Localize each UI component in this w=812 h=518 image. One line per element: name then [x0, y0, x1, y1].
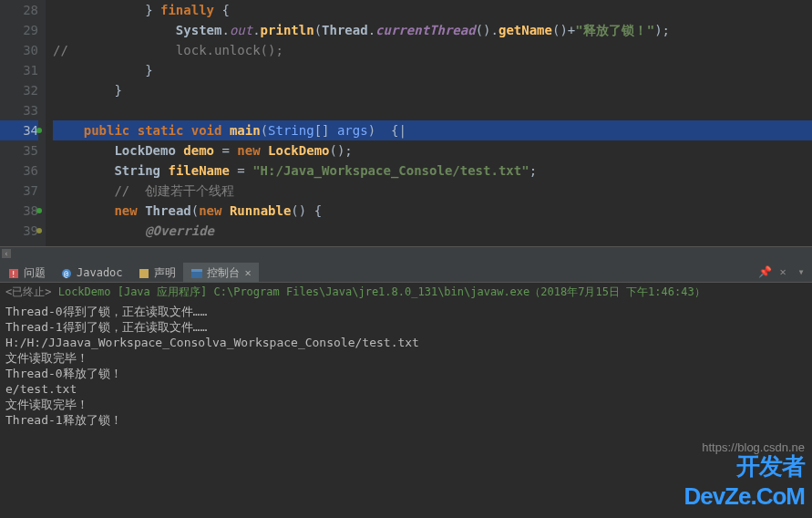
- horizontal-scrollbar[interactable]: ‹: [0, 246, 812, 259]
- views-tabbar: ! 问题 @ Javadoc 声明 控制台 ✕ 📌 ✕ ▾: [0, 263, 812, 283]
- svg-rect-6: [191, 269, 202, 272]
- code-line[interactable]: new Thread(new Runnable() {: [53, 201, 812, 221]
- close-view-button[interactable]: ✕: [776, 264, 790, 279]
- tab-javadoc-label: Javadoc: [77, 263, 123, 283]
- code-line[interactable]: String fileName = "H:/Java_Workspace_Con…: [53, 161, 812, 181]
- tab-problems-label: 问题: [24, 263, 46, 283]
- tab-console[interactable]: 控制台 ✕: [183, 263, 259, 283]
- tab-declaration-label: 声明: [154, 263, 176, 283]
- run-command: LockDemo [Java 应用程序] C:\Program Files\Ja…: [51, 285, 704, 298]
- console-line: Thread-1得到了锁，正在读取文件……: [5, 319, 807, 335]
- code-line[interactable]: // 创建若干个线程: [53, 181, 812, 201]
- line-number: 34: [0, 120, 38, 140]
- gutter-marker-icon: [36, 128, 42, 133]
- tab-problems[interactable]: ! 问题: [0, 263, 53, 283]
- console-run-header: <已终止> LockDemo [Java 应用程序] C:\Program Fi…: [0, 283, 812, 302]
- run-status: <已终止>: [5, 285, 51, 298]
- line-number: 28: [0, 0, 38, 20]
- pin-button[interactable]: 📌: [757, 264, 772, 279]
- code-line[interactable]: @Override: [53, 221, 812, 241]
- svg-text:@: @: [64, 270, 68, 278]
- line-number: 35: [0, 140, 38, 161]
- line-number: 37: [0, 181, 38, 201]
- code-line[interactable]: [53, 100, 812, 120]
- line-number: 39: [0, 221, 38, 241]
- console-line: H:/H:/JJaava_Workspace_Consolva_Workspac…: [5, 335, 807, 350]
- line-number: 38: [0, 201, 38, 221]
- tabbar-toolbar: 📌 ✕ ▾: [757, 264, 808, 279]
- console-line: 文件读取完毕！: [5, 397, 807, 412]
- svg-text:!: !: [11, 270, 15, 279]
- code-line[interactable]: }: [53, 60, 812, 80]
- code-line[interactable]: System.out.println(Thread.currentThread(…: [53, 20, 812, 40]
- gutter-marker-icon: [36, 228, 42, 233]
- line-number: 33: [0, 100, 38, 120]
- code-line[interactable]: public static void main(String[] args) {…: [53, 120, 812, 140]
- line-number: 32: [0, 80, 38, 100]
- console-line: Thread-1释放了锁！: [5, 412, 807, 428]
- console-line: 文件读取完毕！: [5, 350, 807, 366]
- svg-rect-4: [139, 269, 149, 278]
- scroll-left-icon[interactable]: ‹: [2, 249, 11, 258]
- code-line[interactable]: } finally {: [53, 0, 812, 20]
- line-number: 31: [0, 60, 38, 80]
- console-icon: [190, 266, 203, 279]
- console-line: Thread-0得到了锁，正在读取文件……: [5, 304, 807, 319]
- code-content[interactable]: } finally { System.out.println(Thread.cu…: [46, 0, 812, 246]
- code-editor[interactable]: 282930313233343536373839 } finally { Sys…: [0, 0, 812, 246]
- line-number: 29: [0, 20, 38, 40]
- code-line[interactable]: LockDemo demo = new LockDemo();: [53, 140, 812, 161]
- tab-console-label: 控制台: [207, 263, 240, 283]
- watermark: https://blog.csdn.ne 开发者DevZe.CoM: [684, 440, 805, 511]
- view-menu-button[interactable]: ▾: [794, 264, 808, 279]
- problems-icon: !: [7, 266, 20, 279]
- bottom-panel: ! 问题 @ Javadoc 声明 控制台 ✕ 📌 ✕ ▾: [0, 263, 812, 430]
- tab-declaration[interactable]: 声明: [130, 263, 183, 283]
- console-line: Thread-0释放了锁！: [5, 366, 807, 381]
- console-output[interactable]: Thread-0得到了锁，正在读取文件……Thread-1得到了锁，正在读取文件…: [0, 302, 812, 430]
- code-line[interactable]: // lock.unlock();: [53, 40, 812, 60]
- tab-javadoc[interactable]: @ Javadoc: [53, 263, 130, 283]
- line-number: 30: [0, 40, 38, 60]
- line-gutter: 282930313233343536373839: [0, 0, 46, 246]
- gutter-marker-icon: [36, 208, 42, 213]
- console-line: e/test.txt: [5, 381, 807, 397]
- line-number: 36: [0, 161, 38, 181]
- code-line[interactable]: }: [53, 80, 812, 100]
- watermark-logo: 开发者DevZe.CoM: [684, 451, 805, 511]
- javadoc-icon: @: [60, 266, 73, 279]
- tab-close-icon[interactable]: ✕: [245, 263, 252, 283]
- declaration-icon: [138, 266, 150, 279]
